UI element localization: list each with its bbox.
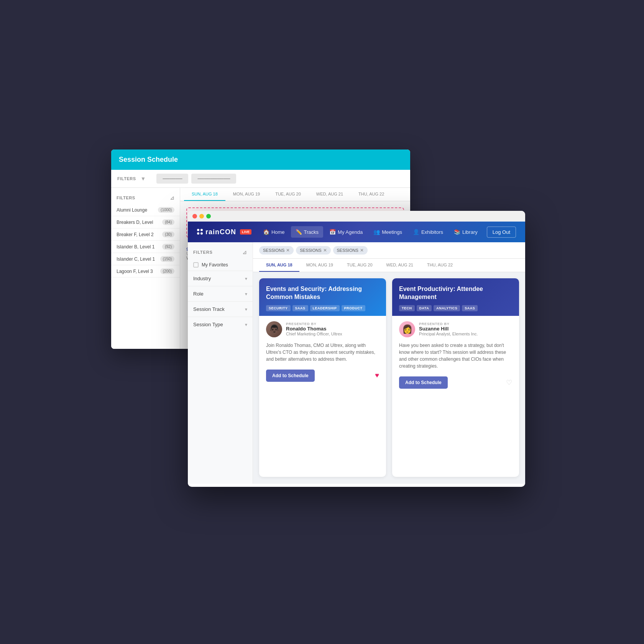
agenda-icon: 📅 bbox=[329, 229, 336, 235]
card-2-presented-by-label: PRESENTED BY bbox=[419, 322, 512, 326]
filter-role[interactable]: Role ▾ bbox=[188, 286, 253, 301]
card-2-avatar: 👩 bbox=[399, 321, 415, 337]
home-icon: 🏠 bbox=[263, 229, 269, 235]
sidebar-filters-header: FILTERS ⊿ bbox=[111, 192, 180, 204]
front-tab-wed[interactable]: WED, AUG 21 bbox=[380, 259, 420, 272]
sidebar-item-lagoon-f[interactable]: Lagoon F, Level 3 (200) bbox=[111, 265, 180, 278]
back-date-tab-mon[interactable]: MON, AUG 19 bbox=[225, 188, 268, 201]
front-filters-header: FILTERS ⊿ bbox=[188, 248, 253, 259]
chevron-down-icon: ▾ bbox=[245, 322, 247, 327]
filter-chip-2[interactable]: SESSIONS ✕ bbox=[296, 246, 330, 255]
sidebar-item-breakers-d[interactable]: Breakers D, Level (84) bbox=[111, 216, 180, 228]
card-1-body: 👨🏿 PRESENTED BY Ronaldo Thomas Chief Mar… bbox=[259, 316, 386, 387]
sidebar-item-islander-b[interactable]: Islander B, Level 1 (92) bbox=[111, 241, 180, 253]
card-1-presented-by-label: PRESENTED BY bbox=[286, 322, 379, 326]
nav-exhibitors[interactable]: 👤 Exhibitors bbox=[408, 226, 448, 238]
front-tab-tue[interactable]: TUE, AUG 20 bbox=[340, 259, 380, 272]
tag-security: SECURITY bbox=[266, 305, 291, 311]
card-2-presenter-info: PRESENTED BY Suzanne Hill Principal Anal… bbox=[419, 322, 512, 336]
filter-role-label: Role bbox=[193, 291, 204, 297]
nav-exhibitors-label: Exhibitors bbox=[421, 229, 443, 235]
filter-session-type[interactable]: Session Type ▾ bbox=[188, 317, 253, 332]
tag-product: PRODUCT bbox=[342, 305, 365, 311]
toolbar-btn-2[interactable]: ────────── bbox=[191, 174, 236, 184]
window-minimize-btn[interactable] bbox=[199, 214, 204, 219]
nav-agenda[interactable]: 📅 My Agenda bbox=[325, 226, 367, 238]
back-toolbar: FILTERS ▼ ────── ────────── bbox=[111, 170, 410, 188]
nav-home[interactable]: 🏠 Home bbox=[258, 226, 289, 238]
logo-live-badge: LIVE bbox=[240, 229, 251, 235]
meetings-icon: 👥 bbox=[373, 229, 380, 235]
chip-label-2: SESSIONS bbox=[300, 248, 321, 253]
filter-session-type-label: Session Type bbox=[193, 322, 223, 327]
tracks-icon: ✏️ bbox=[296, 229, 302, 235]
chip-close-2[interactable]: ✕ bbox=[323, 248, 327, 253]
my-favorites-checkbox[interactable] bbox=[193, 262, 199, 268]
nav-meetings[interactable]: 👥 Meetings bbox=[369, 226, 407, 238]
sidebar-item-islander-c[interactable]: Islander C, Level 1 (150) bbox=[111, 253, 180, 265]
card-2-presenter-name: Suzanne Hill bbox=[419, 326, 512, 332]
chip-close-3[interactable]: ✕ bbox=[360, 248, 364, 253]
sidebar-item-alumni[interactable]: Alumni Lounge (1000) bbox=[111, 204, 180, 216]
filter-chip-3[interactable]: SESSIONS ✕ bbox=[333, 246, 368, 255]
tag-saas: SAAS bbox=[292, 305, 308, 311]
tag-saas-2: SAAS bbox=[462, 305, 478, 311]
session-card-2: Event Productiviry: Attendee Management … bbox=[392, 278, 519, 477]
front-tab-mon[interactable]: MON, AUG 19 bbox=[299, 259, 340, 272]
back-date-tab-sun[interactable]: SUN, AUG 18 bbox=[184, 188, 225, 201]
card-2-header: Event Productiviry: Attendee Management … bbox=[392, 278, 519, 316]
front-window: rainCON LIVE 🏠 Home ✏️ Tracks 📅 My Agend… bbox=[188, 211, 525, 487]
filter-bar: SESSIONS ✕ SESSIONS ✕ SESSIONS ✕ bbox=[253, 242, 525, 259]
card-1-presenter-info: PRESENTED BY Ronaldo Thomas Chief Market… bbox=[286, 322, 379, 336]
nav-agenda-label: My Agenda bbox=[338, 229, 363, 235]
filter-industry[interactable]: Industry ▾ bbox=[188, 271, 253, 286]
back-date-tab-thu[interactable]: THU, AUG 22 bbox=[351, 188, 392, 201]
my-favorites-row[interactable]: My Favorites bbox=[188, 259, 253, 271]
card-2-presenter-title: Principal Analyst, Elements Inc. bbox=[419, 332, 512, 336]
card-1-footer: Add to Schedule ♥ bbox=[266, 368, 379, 382]
tag-data: DATA bbox=[417, 305, 432, 311]
nav-tracks[interactable]: ✏️ Tracks bbox=[291, 226, 324, 238]
filter-chip-1[interactable]: SESSIONS ✕ bbox=[259, 246, 294, 255]
window-close-btn[interactable] bbox=[192, 214, 197, 219]
favorite-icon-1[interactable]: ♥ bbox=[375, 371, 379, 380]
toolbar-btn-1[interactable]: ────── bbox=[156, 174, 188, 184]
raincon-nav: 🏠 Home ✏️ Tracks 📅 My Agenda 👥 Meetings … bbox=[258, 226, 516, 238]
filter-session-track-label: Session Track bbox=[193, 306, 225, 312]
back-title: Session Schedule bbox=[119, 156, 178, 163]
add-schedule-btn-1[interactable]: Add to Schedule bbox=[266, 370, 315, 382]
window-maximize-btn[interactable] bbox=[206, 214, 211, 219]
front-date-tabs: SUN, AUG 18 MON, AUG 19 TUE, AUG 20 WED,… bbox=[253, 259, 525, 272]
back-sidebar: FILTERS ⊿ Alumni Lounge (1000) Breakers … bbox=[111, 188, 180, 349]
chip-close-1[interactable]: ✕ bbox=[286, 248, 290, 253]
front-filter-icon: ⊿ bbox=[242, 249, 247, 255]
card-2-title: Event Productiviry: Attendee Management bbox=[399, 285, 512, 301]
card-1-tags: SECURITY SAAS LEADERSHIP PRODUCT bbox=[266, 305, 379, 311]
sidebar-filter-icon: ⊿ bbox=[170, 195, 175, 201]
logo-dots-icon bbox=[197, 229, 203, 235]
back-date-tab-wed[interactable]: WED, AUG 21 bbox=[309, 188, 351, 201]
back-date-tab-tue[interactable]: TUE, AUG 20 bbox=[268, 188, 309, 201]
card-1-avatar: 👨🏿 bbox=[266, 321, 282, 337]
card-2-footer: Add to Schedule ♡ bbox=[399, 375, 512, 389]
favorite-icon-2[interactable]: ♡ bbox=[506, 378, 512, 387]
add-schedule-btn-2[interactable]: Add to Schedule bbox=[399, 376, 448, 389]
raincon-logo: rainCON LIVE bbox=[197, 228, 251, 236]
chevron-down-icon: ▾ bbox=[245, 276, 247, 281]
sidebar-filters-label: FILTERS bbox=[117, 196, 135, 200]
exhibitors-icon: 👤 bbox=[413, 229, 419, 235]
nav-library-label: Library bbox=[462, 229, 478, 235]
nav-library[interactable]: 📚 Library bbox=[449, 226, 482, 238]
front-tab-thu[interactable]: THU, AUG 22 bbox=[420, 259, 460, 272]
card-2-description: Have you been asked to create a strategy… bbox=[399, 342, 512, 370]
nav-tracks-label: Tracks bbox=[304, 229, 319, 235]
front-tab-sun[interactable]: SUN, AUG 18 bbox=[259, 259, 299, 272]
sidebar-item-breaker-f[interactable]: Breaker F, Level 2 (30) bbox=[111, 228, 180, 241]
raincon-header: rainCON LIVE 🏠 Home ✏️ Tracks 📅 My Agend… bbox=[188, 222, 525, 242]
filter-funnel-icon: ▼ bbox=[141, 176, 146, 182]
filter-session-track[interactable]: Session Track ▾ bbox=[188, 301, 253, 317]
logout-button[interactable]: Log Out bbox=[487, 227, 516, 238]
chevron-down-icon: ▾ bbox=[245, 291, 247, 297]
nav-home-label: Home bbox=[271, 229, 285, 235]
card-1-presenter-name: Ronaldo Thomas bbox=[286, 326, 379, 332]
